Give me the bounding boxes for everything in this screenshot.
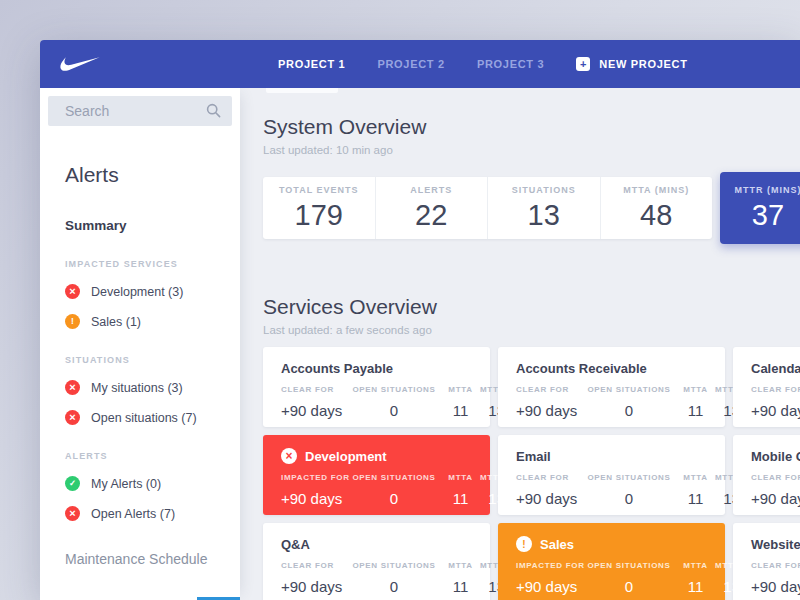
- metric-value: +90 days: [516, 578, 576, 595]
- service-card[interactable]: Sales IMPACTED FOR +90 days OPEN SITUATI…: [498, 523, 725, 600]
- metric-label: CLEAR FOR: [516, 385, 576, 394]
- sidebar-list-item[interactable]: Sales (1): [65, 314, 232, 329]
- metric-column: IMPACTED FOR +90 days: [281, 473, 341, 507]
- metric-label: OPEN SITUATIONS: [347, 473, 441, 482]
- stat-item: SITUATIONS 13: [487, 177, 600, 239]
- stat-item: TOTAL EVENTS 179: [263, 177, 375, 239]
- metric-column: MTTA 11: [682, 385, 709, 419]
- stat-value: 13: [528, 199, 560, 232]
- stats-bar: TOTAL EVENTS 179 ALERTS 22 SITUATIONS: [263, 177, 712, 239]
- service-name: Website Online: [751, 537, 800, 552]
- metric-value: +90 days: [751, 578, 800, 595]
- service-metrics: IMPACTED FOR +90 days OPEN SITUATIONS 0 …: [516, 561, 713, 595]
- new-project-label: NEW PROJECT: [599, 58, 687, 70]
- system-overview-title: System Overview: [263, 115, 800, 139]
- metric-column: IMPACTED FOR +90 days: [516, 561, 576, 595]
- stats-row: TOTAL EVENTS 179 ALERTS 22 SITUATIONS: [263, 177, 712, 239]
- sidebar-item-summary[interactable]: Summary: [65, 218, 232, 233]
- metric-label: CLEAR FOR: [751, 385, 800, 394]
- service-name: Email: [516, 449, 551, 464]
- metric-column: OPEN SITUATIONS 0: [347, 473, 441, 507]
- sidebar-section: SITUATIONS My situations (3) Open situat…: [65, 355, 232, 425]
- search-input[interactable]: [48, 96, 232, 126]
- active-tab-indicator: [266, 88, 338, 93]
- metric-value: 11: [447, 402, 474, 419]
- service-card[interactable]: Email CLEAR FOR +90 days OPEN SITUATIONS…: [498, 435, 725, 515]
- metric-column: MTTA 11: [682, 561, 709, 595]
- service-name: Calendar: [751, 361, 800, 376]
- sidebar-list-item[interactable]: My situations (3): [65, 380, 232, 395]
- metric-column: CLEAR FOR +90 days: [751, 561, 800, 595]
- metric-label: OPEN SITUATIONS: [582, 473, 676, 482]
- metric-value: +90 days: [516, 490, 576, 507]
- metric-column: OPEN SITUATIONS 0: [582, 473, 676, 507]
- service-card[interactable]: Website Online CLEAR FOR +90 days OPEN S…: [733, 523, 800, 600]
- service-metrics: IMPACTED FOR +90 days OPEN SITUATIONS 0 …: [281, 473, 478, 507]
- metric-column: CLEAR FOR +90 days: [516, 385, 576, 419]
- stat-label: MTTR (MINS): [735, 185, 800, 195]
- service-metrics: CLEAR FOR +90 days OPEN SITUATIONS 0 MTT…: [751, 385, 800, 419]
- services-overview-last-updated: Last updated: a few seconds ago: [263, 324, 800, 336]
- service-metrics: CLEAR FOR +90 days OPEN SITUATIONS 0 MTT…: [281, 385, 478, 419]
- service-name: Q&A: [281, 537, 310, 552]
- system-overview-section: System Overview Last updated: 10 min ago…: [263, 115, 800, 239]
- service-name: Development: [305, 449, 387, 464]
- sidebar-item-maintenance-schedule[interactable]: Maintenance Schedule: [65, 551, 232, 567]
- metric-value: 11: [447, 578, 474, 595]
- sidebar-item-label: Open Alerts (7): [91, 507, 175, 521]
- metric-value: 0: [582, 578, 676, 595]
- project-tab[interactable]: PROJECT 3: [477, 58, 544, 70]
- metric-label: MTTA: [447, 385, 474, 394]
- sidebar-list-item[interactable]: My Alerts (0): [65, 476, 232, 491]
- metric-label: IMPACTED FOR: [516, 561, 576, 570]
- metric-label: CLEAR FOR: [751, 561, 800, 570]
- service-card[interactable]: Calendar CLEAR FOR +90 days OPEN SITUATI…: [733, 347, 800, 427]
- sidebar-section-label: IMPACTED SERVICES: [65, 259, 232, 269]
- stat-value: 22: [415, 199, 447, 232]
- sidebar-list-item[interactable]: Development (3): [65, 284, 232, 299]
- status-icon: [65, 476, 80, 491]
- service-card[interactable]: Mobile Online CLEAR FOR +90 days OPEN SI…: [733, 435, 800, 515]
- service-status-icon: [516, 536, 532, 552]
- metric-column: MTTA 11: [447, 561, 474, 595]
- metric-value: +90 days: [516, 402, 576, 419]
- service-metrics: CLEAR FOR +90 days OPEN SITUATIONS 0 MTT…: [281, 561, 478, 595]
- sidebar-content: Alerts Summary IMPACTED SERVICES Develop…: [48, 163, 232, 567]
- services-cards-grid: Accounts Payable CLEAR FOR +90 days OPEN…: [263, 347, 800, 600]
- metric-value: 0: [582, 402, 676, 419]
- sidebar-title: Alerts: [65, 163, 232, 187]
- stat-item: ALERTS 22: [375, 177, 488, 239]
- status-icon: [65, 506, 80, 521]
- service-card[interactable]: Accounts Payable CLEAR FOR +90 days OPEN…: [263, 347, 490, 427]
- stage: PROJECT 1 PROJECT 2 PROJECT 3 + NEW PROJ…: [0, 0, 800, 600]
- app-window: PROJECT 1 PROJECT 2 PROJECT 3 + NEW PROJ…: [40, 40, 800, 600]
- metric-column: OPEN SITUATIONS 0: [347, 385, 441, 419]
- service-card[interactable]: Accounts Receivable CLEAR FOR +90 days O…: [498, 347, 725, 427]
- service-name: Accounts Receivable: [516, 361, 647, 376]
- new-project-button[interactable]: + NEW PROJECT: [576, 57, 687, 71]
- sidebar-list-item[interactable]: Open Alerts (7): [65, 506, 232, 521]
- metric-column: OPEN SITUATIONS 0: [347, 561, 441, 595]
- sidebar-item-label: My situations (3): [91, 381, 183, 395]
- sidebar-section: IMPACTED SERVICES Development (3) Sales …: [65, 259, 232, 329]
- sidebar: Alerts Summary IMPACTED SERVICES Develop…: [40, 88, 240, 600]
- service-metrics: CLEAR FOR +90 days OPEN SITUATIONS 0 MTT…: [516, 473, 713, 507]
- metric-value: 11: [447, 490, 474, 507]
- metric-label: CLEAR FOR: [281, 385, 341, 394]
- status-icon: [65, 410, 80, 425]
- metric-value: +90 days: [751, 402, 800, 419]
- metric-label: MTTA: [682, 385, 709, 394]
- project-tab[interactable]: PROJECT 1: [278, 58, 345, 70]
- service-card[interactable]: Development IMPACTED FOR +90 days OPEN S…: [263, 435, 490, 515]
- metric-label: IMPACTED FOR: [281, 473, 341, 482]
- project-tab[interactable]: PROJECT 2: [377, 58, 444, 70]
- metric-column: MTTA 11: [682, 473, 709, 507]
- service-card-header: Accounts Payable: [281, 360, 478, 376]
- plus-icon: +: [576, 57, 590, 71]
- metric-column: MTTA 11: [447, 385, 474, 419]
- sidebar-list-item[interactable]: Open situations (7): [65, 410, 232, 425]
- service-card[interactable]: Q&A CLEAR FOR +90 days OPEN SITUATIONS 0: [263, 523, 490, 600]
- metric-label: OPEN SITUATIONS: [347, 561, 441, 570]
- metric-label: OPEN SITUATIONS: [582, 561, 676, 570]
- metric-label: CLEAR FOR: [751, 473, 800, 482]
